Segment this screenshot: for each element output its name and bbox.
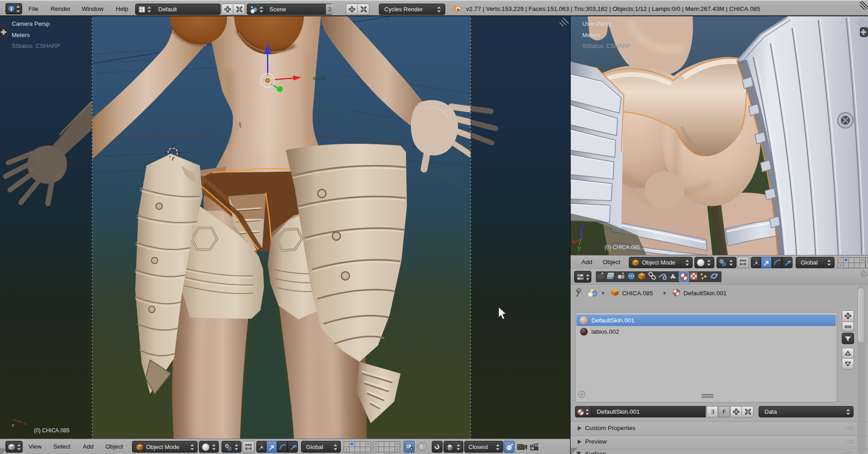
svg-text:x: x — [24, 421, 27, 426]
svg-text:eealt: eealt — [313, 75, 326, 81]
svg-text:DefaultSkin.001: DefaultSkin.001 — [684, 290, 726, 297]
svg-text:x: x — [571, 237, 575, 244]
svg-text:y: y — [578, 245, 581, 251]
svg-text:CHICA.085: CHICA.085 — [622, 290, 653, 297]
svg-text:v: v — [12, 423, 14, 428]
svg-text:z: z — [582, 222, 585, 228]
